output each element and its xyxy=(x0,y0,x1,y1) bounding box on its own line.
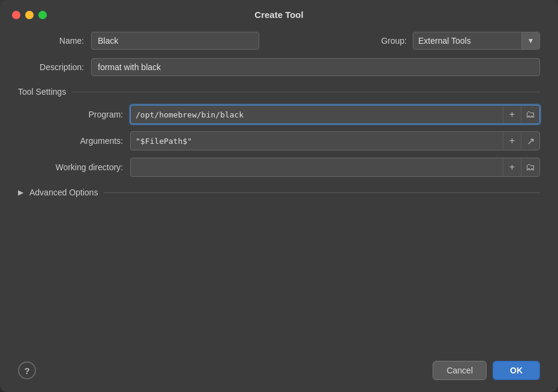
program-input[interactable] xyxy=(131,105,503,123)
cancel-button[interactable]: Cancel xyxy=(433,361,487,380)
workdir-row: Working directory: + 🗂 xyxy=(36,158,540,177)
create-tool-dialog: Create Tool Name: Group: External Tools … xyxy=(0,0,558,392)
dropdown-arrow-icon: ▼ xyxy=(521,32,539,49)
group-select-wrapper[interactable]: External Tools Internal Tools ▼ xyxy=(413,32,540,50)
plus-icon: + xyxy=(509,162,515,173)
name-label: Name: xyxy=(18,36,84,46)
tool-settings-header: Tool Settings xyxy=(18,87,540,97)
arguments-expand-button[interactable]: ↗ xyxy=(521,132,539,150)
advanced-expand-icon[interactable]: ▶ xyxy=(18,188,23,197)
plus-icon: + xyxy=(509,135,515,146)
name-group-row: Name: Group: External Tools Internal Too… xyxy=(18,32,540,50)
footer-buttons: Cancel OK xyxy=(433,361,540,380)
arguments-input-wrapper: + ↗ xyxy=(130,131,540,150)
program-actions: + 🗂 xyxy=(503,105,539,123)
arguments-input[interactable] xyxy=(131,132,503,150)
description-input[interactable] xyxy=(91,58,540,76)
program-add-button[interactable]: + xyxy=(503,105,521,123)
arguments-label: Arguments: xyxy=(36,136,123,146)
folder-icon: 🗂 xyxy=(526,109,535,120)
plus-icon: + xyxy=(509,109,515,120)
folder-icon: 🗂 xyxy=(526,162,535,173)
expand-icon: ↗ xyxy=(527,135,535,147)
dialog-title: Create Tool xyxy=(254,10,303,20)
program-label: Program: xyxy=(36,110,123,119)
program-browse-button[interactable]: 🗂 xyxy=(521,105,539,123)
ok-button[interactable]: OK xyxy=(493,361,540,380)
workdir-label: Working directory: xyxy=(36,162,123,172)
workdir-input-wrapper: + 🗂 xyxy=(130,158,540,177)
program-input-wrapper: + 🗂 xyxy=(130,105,540,124)
title-bar: Create Tool xyxy=(0,0,558,26)
description-label: Description: xyxy=(18,62,84,72)
group-container: Group: External Tools Internal Tools ▼ xyxy=(381,32,540,50)
window-controls xyxy=(12,11,47,19)
dialog-content: Name: Group: External Tools Internal Too… xyxy=(0,26,558,352)
tool-settings-divider xyxy=(72,92,540,92)
advanced-options-divider xyxy=(104,192,540,193)
workdir-input[interactable] xyxy=(131,158,503,176)
close-button[interactable] xyxy=(12,11,20,19)
help-button[interactable]: ? xyxy=(18,361,36,379)
program-row: Program: + 🗂 xyxy=(36,105,540,124)
arguments-row: Arguments: + ↗ xyxy=(36,131,540,150)
group-select[interactable]: External Tools Internal Tools xyxy=(413,32,521,49)
arguments-add-button[interactable]: + xyxy=(503,132,521,150)
arguments-actions: + ↗ xyxy=(503,132,539,150)
workdir-browse-button[interactable]: 🗂 xyxy=(521,158,539,176)
name-input[interactable] xyxy=(91,32,259,50)
group-label: Group: xyxy=(381,36,407,46)
dialog-footer: ? Cancel OK xyxy=(0,352,558,392)
minimize-button[interactable] xyxy=(25,11,34,19)
advanced-options-row: ▶ Advanced Options xyxy=(18,188,540,197)
maximize-button[interactable] xyxy=(38,11,47,19)
advanced-options-title: Advanced Options xyxy=(29,188,98,197)
workdir-add-button[interactable]: + xyxy=(503,158,521,176)
tool-settings-content: Program: + 🗂 Arguments: xyxy=(18,105,540,177)
description-row: Description: xyxy=(18,58,540,76)
tool-settings-title: Tool Settings xyxy=(18,87,66,97)
workdir-actions: + 🗂 xyxy=(503,158,539,176)
